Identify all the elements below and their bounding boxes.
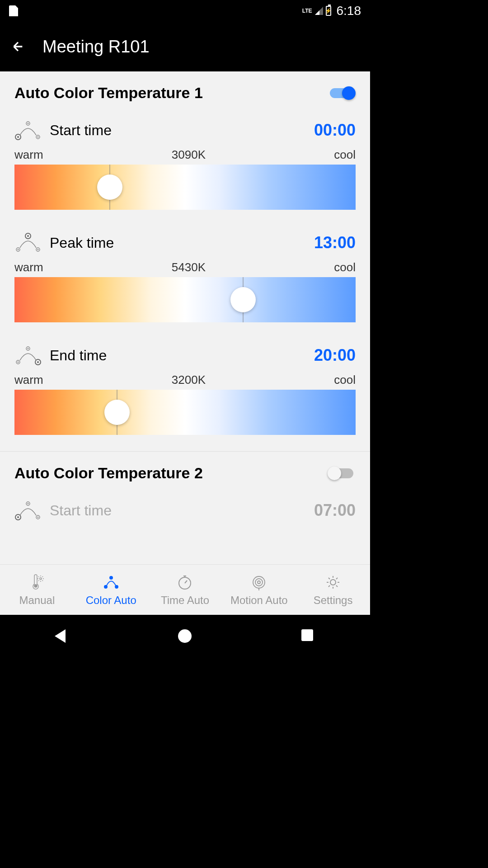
bottom-tab-bar: Manual Color Auto Time Auto Motion Auto <box>0 564 370 615</box>
tab-time-auto-label: Time Auto <box>161 594 209 607</box>
svg-point-13 <box>18 362 19 363</box>
svg-point-34 <box>104 585 107 588</box>
back-arrow-icon <box>11 39 25 54</box>
back-button[interactable] <box>9 38 27 56</box>
section-2-start-block: Start time 07:00 <box>14 500 356 521</box>
svg-point-42 <box>255 579 263 586</box>
end-time-label: End time <box>50 347 314 364</box>
motion-icon <box>250 573 268 591</box>
start-time-value[interactable]: 00:00 <box>314 121 356 140</box>
section-1-title: Auto Color Temperature 1 <box>14 84 203 102</box>
peak-time-label: Peak time <box>50 235 314 251</box>
svg-point-9 <box>27 235 29 237</box>
start-time-label: Start time <box>50 122 314 139</box>
svg-point-3 <box>28 123 29 124</box>
start-kelvin-label: 3090K <box>43 148 334 162</box>
curve-end-icon <box>14 345 42 366</box>
peak-time-value[interactable]: 13:00 <box>314 233 356 252</box>
nav-back-button[interactable] <box>55 629 69 644</box>
svg-point-21 <box>28 503 29 505</box>
curve-start-icon-2 <box>14 500 42 521</box>
tab-settings[interactable]: Settings <box>296 565 370 615</box>
start-warm-label: warm <box>14 148 43 162</box>
peak-warm-label: warm <box>14 260 43 274</box>
sd-card-icon <box>9 5 18 16</box>
tab-motion-auto[interactable]: Motion Auto <box>222 565 296 615</box>
stopwatch-icon <box>176 573 194 591</box>
svg-point-25 <box>40 578 42 580</box>
android-nav-bar <box>0 615 370 658</box>
section-2-start-time-label: Start time <box>50 502 314 519</box>
app-bar: Meeting R101 <box>0 22 370 71</box>
start-cool-label: cool <box>334 148 356 162</box>
gear-icon <box>324 573 342 591</box>
peak-kelvin-label: 5430K <box>43 260 334 274</box>
section-1-toggle[interactable] <box>328 86 356 100</box>
svg-point-41 <box>258 581 260 584</box>
svg-point-5 <box>38 137 39 138</box>
svg-point-19 <box>17 516 19 518</box>
status-time: 6:18 <box>337 4 361 18</box>
end-kelvin-label: 3200K <box>43 373 334 387</box>
section-2-toggle[interactable] <box>328 467 356 480</box>
network-indicator: LTE <box>302 8 312 14</box>
end-warm-label: warm <box>14 373 43 387</box>
status-bar: LTE ⚡ 6:18 <box>0 0 370 22</box>
tab-manual-label: Manual <box>19 594 55 607</box>
curve-start-icon <box>14 120 42 141</box>
start-time-slider[interactable] <box>14 165 356 210</box>
svg-point-35 <box>110 576 113 579</box>
peak-cool-label: cool <box>334 260 356 274</box>
curve-icon <box>102 573 120 591</box>
nav-recent-button[interactable] <box>301 629 316 644</box>
svg-point-24 <box>34 585 37 587</box>
page-title: Meeting R101 <box>42 37 150 57</box>
svg-point-1 <box>17 136 19 138</box>
tab-settings-label: Settings <box>314 594 353 607</box>
tab-color-auto[interactable]: Color Auto <box>74 565 148 615</box>
curve-peak-icon <box>14 232 42 253</box>
svg-point-23 <box>38 517 39 518</box>
peak-time-block: Peak time 13:00 warm 5430K cool <box>14 232 356 322</box>
tab-color-auto-label: Color Auto <box>86 594 136 607</box>
svg-line-38 <box>185 580 187 583</box>
svg-point-17 <box>37 361 39 363</box>
svg-point-43 <box>253 576 265 588</box>
svg-line-32 <box>38 580 39 581</box>
end-time-slider[interactable] <box>14 390 356 435</box>
svg-point-7 <box>18 249 19 250</box>
nav-home-button[interactable] <box>178 629 192 644</box>
battery-charging-icon: ⚡ <box>326 6 331 16</box>
end-time-block: End time 20:00 warm 3200K cool <box>14 345 356 435</box>
svg-line-33 <box>42 576 43 577</box>
thermometer-icon <box>28 573 46 591</box>
tab-manual[interactable]: Manual <box>0 565 74 615</box>
section-2-start-time-value[interactable]: 07:00 <box>314 501 356 520</box>
svg-point-15 <box>28 348 29 349</box>
svg-line-30 <box>38 576 39 577</box>
svg-point-45 <box>330 580 336 585</box>
tab-motion-auto-label: Motion Auto <box>230 594 288 607</box>
svg-line-31 <box>42 580 43 581</box>
start-time-block: Start time 00:00 warm 3090K cool <box>14 120 356 210</box>
tab-time-auto[interactable]: Time Auto <box>148 565 222 615</box>
peak-time-slider[interactable] <box>14 277 356 322</box>
section-2-title: Auto Color Temperature 2 <box>14 464 203 482</box>
section-auto-color-1: Auto Color Temperature 1 Start time <box>0 71 370 451</box>
main-content: Auto Color Temperature 1 Start time <box>0 71 370 564</box>
signal-icon <box>315 7 323 15</box>
svg-point-11 <box>38 249 39 250</box>
end-cool-label: cool <box>334 373 356 387</box>
end-time-value[interactable]: 20:00 <box>314 346 356 365</box>
svg-point-36 <box>115 585 118 588</box>
section-auto-color-2: Auto Color Temperature 2 Start time 07:0 <box>0 452 370 530</box>
